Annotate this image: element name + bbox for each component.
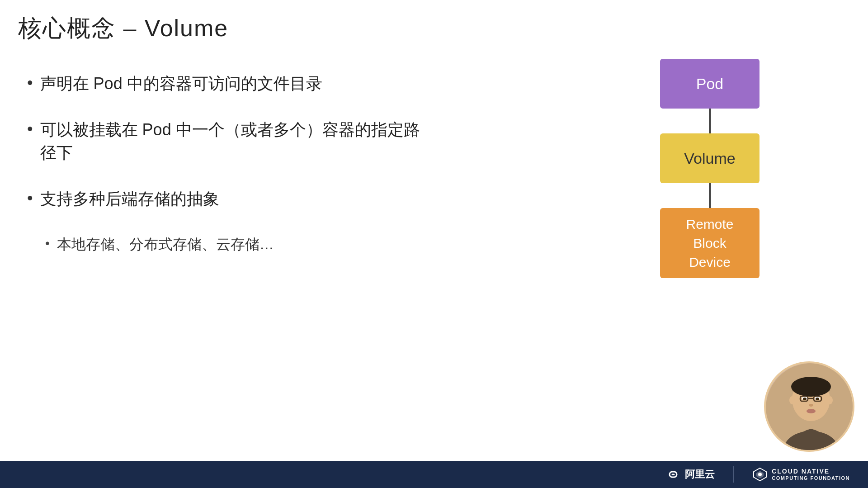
bullet-item-1: • 声明在 Pod 中的容器可访问的文件目录 bbox=[27, 72, 434, 95]
cncf-label: CLOUD NATIVE COMPUTING FOUNDATION bbox=[772, 468, 850, 481]
aliyun-icon bbox=[665, 469, 681, 480]
svg-point-3 bbox=[791, 377, 831, 397]
bullet-text-2: 可以被挂载在 Pod 中一个（或者多个）容器的指定路径下 bbox=[40, 118, 434, 164]
svg-point-12 bbox=[807, 409, 816, 413]
sub-bullet-text-1: 本地存储、分布式存储、云存储… bbox=[57, 234, 274, 255]
bullet-text-3: 支持多种后端存储的抽象 bbox=[40, 188, 219, 210]
aliyun-label: 阿里云 bbox=[685, 468, 715, 481]
bullet-dot-1: • bbox=[27, 72, 33, 94]
avatar bbox=[764, 361, 854, 452]
svg-point-6 bbox=[803, 398, 807, 400]
diagram-volume-box: Volume bbox=[660, 133, 760, 183]
connector-line-1 bbox=[709, 109, 711, 133]
svg-point-7 bbox=[816, 398, 819, 400]
cncf-icon bbox=[752, 466, 768, 483]
connector-line-2 bbox=[709, 183, 711, 208]
aliyun-logo: 阿里云 bbox=[665, 468, 715, 481]
diagram-remote-label: Remote Block Device bbox=[686, 215, 733, 272]
bullet-item-2: • 可以被挂载在 Pod 中一个（或者多个）容器的指定路径下 bbox=[27, 118, 434, 164]
footer: 阿里云 CLOUD NATIVE COMPUTING FOUNDATION bbox=[0, 461, 868, 488]
bullet-text-1: 声明在 Pod 中的容器可访问的文件目录 bbox=[40, 72, 322, 95]
diagram-remote-box: Remote Block Device bbox=[660, 208, 760, 278]
sub-bullet-item-1: • 本地存储、分布式存储、云存储… bbox=[45, 234, 434, 255]
diagram-pod-label: Pod bbox=[696, 75, 724, 93]
cncf-logo: CLOUD NATIVE COMPUTING FOUNDATION bbox=[752, 466, 850, 483]
sub-bullet-dot-1: • bbox=[45, 234, 50, 252]
diagram-pod-box: Pod bbox=[660, 59, 760, 109]
content-area: • 声明在 Pod 中的容器可访问的文件目录 • 可以被挂载在 Pod 中一个（… bbox=[27, 72, 434, 254]
diagram-volume-label: Volume bbox=[684, 150, 735, 167]
svg-point-14 bbox=[827, 396, 833, 404]
diagram-area: Pod Volume Remote Block Device bbox=[651, 59, 769, 278]
svg-point-13 bbox=[789, 396, 795, 404]
slide-container: 核心概念 – Volume • 声明在 Pod 中的容器可访问的文件目录 • 可… bbox=[0, 0, 868, 488]
bullet-dot-3: • bbox=[27, 188, 33, 209]
footer-divider bbox=[733, 466, 734, 483]
avatar-image bbox=[766, 363, 854, 452]
bullet-dot-2: • bbox=[27, 118, 33, 140]
page-title: 核心概念 – Volume bbox=[18, 13, 228, 44]
bullet-item-3: • 支持多种后端存储的抽象 bbox=[27, 188, 434, 210]
svg-point-16 bbox=[758, 473, 762, 476]
svg-point-11 bbox=[809, 404, 813, 407]
